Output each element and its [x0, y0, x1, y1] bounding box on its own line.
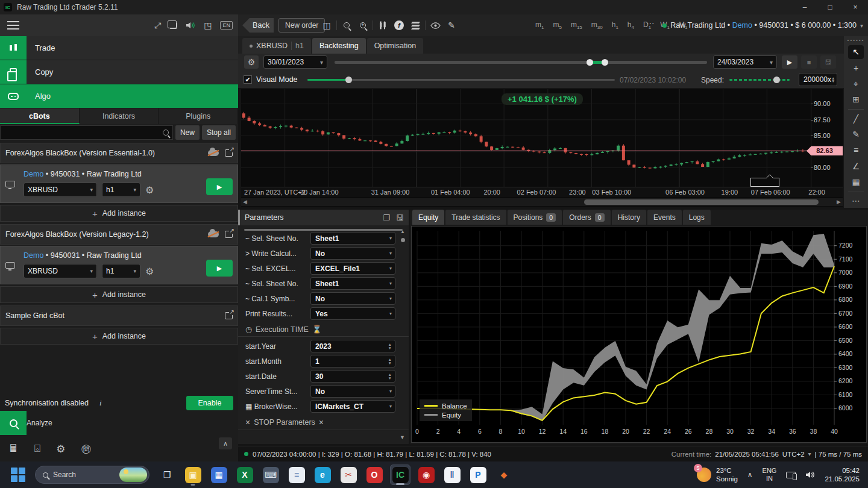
start-date-select[interactable]: 30/01/2023▾: [263, 55, 327, 69]
pattern-grid-icon[interactable]: ▦: [848, 175, 864, 189]
fullscreen-icon[interactable]: ⤢: [154, 20, 161, 31]
symbol-select[interactable]: XBRUSD▾: [24, 264, 97, 278]
indicator-function-icon[interactable]: f: [392, 18, 406, 33]
wallet-icon[interactable]: ⌺: [34, 443, 40, 455]
close-button[interactable]: ×: [843, 0, 868, 14]
help-icon[interactable]: ㉄: [81, 442, 91, 456]
tab-trade-statistics[interactable]: Trade statistics: [445, 210, 506, 225]
withdraw-icon[interactable]: 🖩: [8, 443, 19, 455]
add-instance-button[interactable]: +Add instance: [0, 286, 238, 303]
layers-icon[interactable]: [408, 18, 423, 33]
enable-sync-button[interactable]: Enable: [186, 396, 233, 410]
progress-handle[interactable]: [345, 77, 352, 83]
visual-mode-checkbox[interactable]: ✔: [244, 75, 252, 84]
taskbar-app-touch-keyboard[interactable]: ⌨: [260, 465, 281, 485]
plugins-icon[interactable]: ◳: [204, 20, 212, 30]
menu-icon[interactable]: [7, 21, 19, 30]
sidebar-item-analyze[interactable]: Analyze: [0, 411, 238, 435]
timeframe-m30[interactable]: m30: [591, 20, 603, 30]
add-instance-button[interactable]: +Add instance: [0, 328, 238, 345]
timezone-caret-icon[interactable]: ▾: [808, 451, 811, 457]
sound-icon[interactable]: [186, 21, 195, 30]
shape-add-icon[interactable]: ⊞: [848, 93, 864, 107]
start-cbot-button[interactable]: ▶: [206, 178, 233, 195]
instance-settings-gear-icon[interactable]: ⚙: [145, 266, 154, 277]
more-timeframes-icon[interactable]: ⋯: [646, 18, 655, 28]
language-indicator[interactable]: ENGIN: [763, 467, 777, 483]
crosshair-target-icon[interactable]: ⌖: [848, 77, 864, 90]
volume-icon[interactable]: [805, 471, 815, 479]
taskbar-app-edge-browser[interactable]: e: [312, 465, 333, 485]
weather-widget[interactable]: 5 23°CSonnig: [697, 466, 738, 483]
taskbar-clock[interactable]: 05:4221.05.2025: [825, 466, 860, 483]
taskbar-app-pingplotter[interactable]: P: [468, 465, 488, 485]
speed-handle[interactable]: [773, 77, 780, 83]
crosshair-icon[interactable]: +: [848, 61, 864, 75]
start-cbot-button[interactable]: ▶: [206, 260, 233, 277]
tab-plugins[interactable]: Plugins: [159, 108, 238, 124]
taskbar-app-notepad[interactable]: ≡: [286, 465, 307, 485]
collapse-sidebar-icon[interactable]: ∧: [219, 437, 232, 449]
taskbar-search[interactable]: Search: [35, 466, 149, 484]
detach-panel-icon[interactable]: ❐: [383, 213, 390, 222]
visibility-eye-icon[interactable]: [428, 18, 442, 33]
parameter-select[interactable]: Sheet1▾: [310, 232, 395, 245]
scroll-right-icon[interactable]: ▶: [837, 198, 841, 206]
range-handle-left[interactable]: [587, 59, 593, 66]
toolrail-drag-handle[interactable]: ••••••: [848, 39, 865, 43]
tab-indicators[interactable]: Indicators: [80, 108, 159, 124]
tab-logs[interactable]: Logs: [683, 210, 711, 225]
speed-slider[interactable]: [729, 79, 790, 81]
chart-layout-icon[interactable]: ◫: [319, 18, 334, 33]
timeframe-m1[interactable]: m1: [535, 20, 544, 30]
minimize-button[interactable]: –: [792, 0, 817, 14]
taskbar-app-opera-browser[interactable]: O: [364, 465, 385, 485]
timeframe-select[interactable]: h1▾: [102, 264, 140, 278]
scroll-left-icon[interactable]: ◀: [243, 198, 247, 206]
start-button[interactable]: [11, 468, 25, 482]
tab-equity[interactable]: Equity: [412, 210, 444, 225]
cbot-header-sample-grid[interactable]: Sample Grid cBot: [0, 305, 238, 326]
stepper-arrows-icon[interactable]: ▲▼: [388, 373, 392, 380]
taskbar-app-stocks-app[interactable]: ‖: [442, 465, 462, 485]
range-handle-right[interactable]: [602, 59, 608, 66]
freehand-draw-icon[interactable]: ✎: [848, 127, 864, 141]
fibonacci-retracement-icon[interactable]: ≡: [848, 143, 864, 157]
timezone-value[interactable]: UTC+2: [782, 451, 805, 458]
trend-line-icon[interactable]: ╱: [848, 111, 864, 125]
params-scrollbar[interactable]: ▲: [399, 229, 406, 242]
tab-history[interactable]: History: [612, 210, 646, 225]
cloud-off-icon[interactable]: [208, 150, 219, 156]
cloud-off-icon[interactable]: [208, 231, 219, 237]
new-cbot-button[interactable]: New: [175, 125, 200, 140]
taskbar-app-file-explorer[interactable]: ▣: [183, 465, 203, 485]
maximize-button[interactable]: □: [817, 0, 843, 14]
tab-chart-xbrusd[interactable]: XBRUSD h1: [242, 38, 311, 54]
date-range-slider[interactable]: [335, 61, 707, 64]
speed-value-stepper[interactable]: 200000x▲▼: [799, 73, 837, 86]
report-button[interactable]: 🖫: [820, 55, 836, 69]
timeframe-m15[interactable]: m15: [571, 20, 582, 30]
parameter-select[interactable]: Yes▾: [310, 307, 395, 320]
parameter-select[interactable]: ICMarkets_CT▾: [310, 400, 395, 413]
chart-type-icon[interactable]: [376, 18, 390, 33]
timeframe-h4[interactable]: h4: [627, 20, 634, 30]
play-backtest-button[interactable]: ▶: [782, 55, 797, 69]
taskbar-app-red-app[interactable]: ◉: [416, 465, 436, 485]
sidebar-item-copy[interactable]: Copy: [0, 60, 238, 84]
instance-settings-gear-icon[interactable]: ⚙: [145, 184, 154, 196]
tab-orders[interactable]: Orders0: [563, 210, 611, 225]
taskbar-app-matlab[interactable]: ◆: [494, 465, 514, 485]
end-date-select[interactable]: 24/03/2023▾: [713, 55, 777, 69]
taskbar-app-ctrader-icmarkets[interactable]: IC: [390, 465, 410, 485]
parameter-select[interactable]: No▾: [310, 292, 395, 305]
params-scroll-down-icon[interactable]: ▼: [400, 434, 405, 440]
parameter-select[interactable]: No▾: [310, 247, 395, 260]
taskbar-app-task-view[interactable]: ❒: [157, 465, 177, 485]
tab-cbots[interactable]: cBots: [0, 108, 80, 124]
tab-backtesting[interactable]: Backtesting: [312, 38, 366, 54]
parameter-stepper[interactable]: 30▲▼: [310, 370, 395, 383]
more-tools-icon[interactable]: ⋯: [848, 194, 864, 208]
zoom-out-icon[interactable]: –: [339, 18, 354, 33]
symbol-select[interactable]: XBRUSD▾: [24, 183, 97, 197]
